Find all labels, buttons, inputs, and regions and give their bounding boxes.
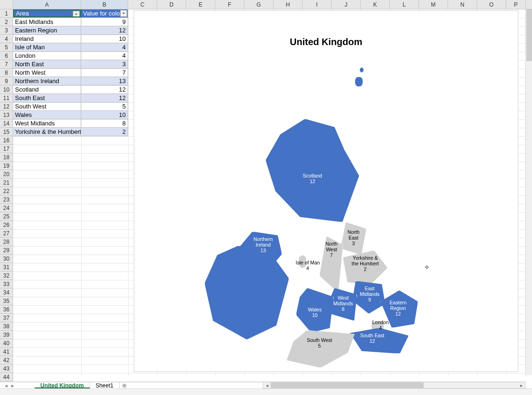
region-north-west[interactable] (319, 236, 343, 293)
region-wales[interactable] (296, 288, 334, 333)
row-header[interactable]: 27 (0, 229, 13, 238)
cell-value[interactable]: 12 (81, 26, 128, 34)
cell-area[interactable]: Isle of Man (13, 43, 81, 51)
row-header[interactable]: 25 (0, 212, 13, 221)
horizontal-scrollbar[interactable]: ◂ ▸ (263, 382, 525, 388)
cell-value[interactable]: 8 (81, 119, 128, 127)
row-header[interactable]: 28 (0, 238, 13, 246)
col-header-I[interactable]: I (303, 0, 332, 9)
row-header[interactable]: 16 (0, 136, 13, 145)
table-row[interactable]: South West5 (13, 102, 128, 111)
cell-value[interactable]: 5 (81, 102, 128, 110)
row-header[interactable]: 44 (0, 373, 13, 381)
row-header[interactable]: 37 (0, 314, 13, 322)
col-header-G[interactable]: G (244, 0, 274, 9)
row-header[interactable]: 41 (0, 348, 13, 356)
cell-value[interactable]: 4 (81, 43, 128, 51)
row-header[interactable]: 36 (0, 305, 13, 314)
row-header[interactable]: 29 (0, 246, 13, 255)
col-header-E[interactable]: E (186, 0, 215, 9)
row-header[interactable]: 31 (0, 263, 13, 271)
header-area[interactable]: Area (13, 9, 81, 17)
row-header[interactable]: 26 (0, 221, 13, 229)
hscroll-thumb[interactable] (271, 382, 424, 388)
region-south-east[interactable] (350, 328, 409, 354)
row-header[interactable]: 39 (0, 331, 13, 339)
table-row[interactable]: Eastern Region12 (13, 26, 128, 35)
cell-area[interactable]: Yorkshire & the Humbert (13, 128, 81, 136)
row-header[interactable]: 42 (0, 356, 13, 364)
vscroll-thumb[interactable] (526, 9, 532, 61)
row-header[interactable]: 19 (0, 162, 13, 170)
cell-value[interactable]: 3 (81, 60, 128, 68)
hscroll-track[interactable] (271, 382, 517, 388)
table-row[interactable]: Scotland12 (13, 85, 128, 94)
tab-split-handle[interactable]: ⋮ (253, 382, 263, 388)
row-header[interactable]: 38 (0, 322, 13, 331)
cell-area[interactable]: Northern Ireland (13, 77, 81, 85)
region-east-midlands[interactable] (352, 281, 385, 314)
cell-value[interactable]: 7 (81, 69, 128, 77)
cell-area[interactable]: Eastern Region (13, 26, 81, 34)
cell-area[interactable]: Wales (13, 111, 81, 119)
table-row[interactable]: Isle of Man4 (13, 43, 128, 52)
cell-area[interactable]: London (13, 52, 81, 60)
header-value[interactable]: Value for color (81, 9, 128, 17)
worksheet-grid[interactable]: Area Value for color East Midlands9Easte… (13, 9, 525, 375)
row-header[interactable]: 2 (0, 18, 13, 26)
vertical-scrollbar[interactable] (525, 9, 532, 375)
table-row[interactable]: North East3 (13, 60, 128, 69)
row-header[interactable]: 43 (0, 364, 13, 373)
row-header[interactable]: 24 (0, 204, 13, 212)
region-yorkshire[interactable] (343, 250, 388, 286)
col-header-A[interactable]: A (13, 0, 81, 9)
cell-area[interactable]: East Midlands (13, 18, 81, 26)
cell-area[interactable]: Ireland (13, 35, 81, 43)
filter-dropdown-area[interactable] (73, 11, 80, 17)
region-south-west[interactable] (287, 330, 355, 368)
col-header-N[interactable]: N (448, 0, 477, 9)
region-isle-of-man[interactable] (298, 255, 307, 268)
row-header[interactable]: 13 (0, 111, 13, 119)
row-header[interactable]: 3 (0, 26, 13, 35)
cell-value[interactable]: 4 (81, 52, 128, 60)
row-header[interactable]: 30 (0, 255, 13, 263)
sheet-tab-active[interactable]: United Kingdom (35, 382, 90, 388)
row-header[interactable]: 35 (0, 297, 13, 305)
tab-nav-prev[interactable]: ◂ (3, 382, 9, 389)
row-header[interactable]: 20 (0, 170, 13, 178)
cell-value[interactable]: 10 (81, 35, 128, 43)
col-header-F[interactable]: F (215, 0, 244, 9)
col-header-M[interactable]: M (419, 0, 448, 9)
cell-area[interactable]: South East (13, 94, 81, 102)
cell-value[interactable]: 10 (81, 111, 128, 119)
row-header[interactable]: 18 (0, 153, 13, 162)
region-shetland[interactable] (359, 67, 364, 73)
row-header[interactable]: 34 (0, 288, 13, 297)
row-header[interactable]: 7 (0, 60, 13, 69)
table-row[interactable]: West Midlands8 (13, 119, 128, 128)
row-header[interactable]: 22 (0, 187, 13, 195)
region-north-east[interactable] (341, 222, 366, 255)
row-header[interactable]: 10 (0, 85, 13, 94)
new-sheet-button[interactable]: ⊕ (120, 382, 129, 389)
col-header-D[interactable]: D (157, 0, 186, 9)
cell-area[interactable]: North East (13, 60, 81, 68)
table-row[interactable]: East Midlands9 (13, 18, 128, 26)
select-all-corner[interactable] (0, 0, 13, 9)
row-header[interactable]: 1 (0, 9, 13, 18)
col-header-O[interactable]: O (477, 0, 506, 9)
table-row[interactable]: Yorkshire & the Humbert2 (13, 128, 128, 136)
row-header[interactable]: 4 (0, 35, 13, 43)
row-header[interactable]: 40 (0, 339, 13, 348)
cell-value[interactable]: 2 (81, 128, 128, 136)
hscroll-right[interactable]: ▸ (517, 382, 525, 388)
cell-value[interactable]: 13 (81, 77, 128, 85)
col-header-H[interactable]: H (274, 0, 303, 9)
col-header-B[interactable]: B (81, 0, 128, 9)
region-orkney[interactable] (355, 77, 363, 87)
cell-value[interactable]: 12 (81, 85, 128, 93)
table-row[interactable]: Wales10 (13, 111, 128, 119)
cell-area[interactable]: Scotland (13, 85, 81, 93)
table-row[interactable]: South East12 (13, 94, 128, 102)
